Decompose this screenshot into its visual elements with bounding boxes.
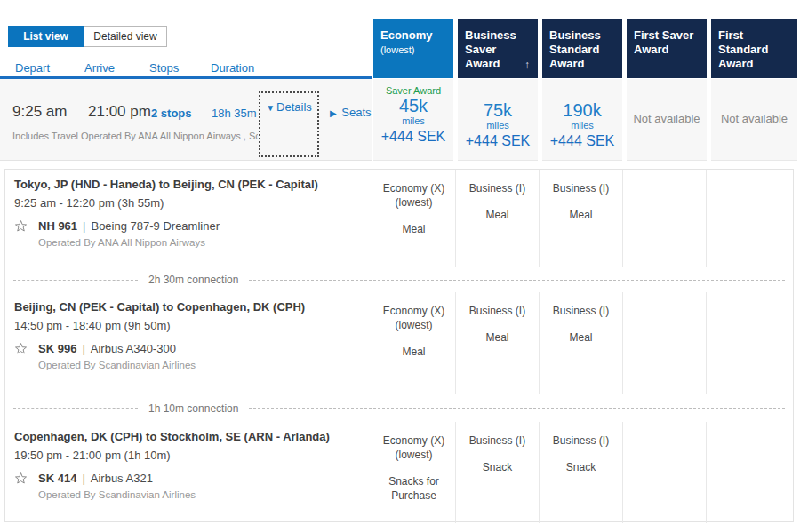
segment-info: Tokyo, JP (HND - Haneda) to Beijing, CN … [5,170,372,267]
aircraft-type: Boeing 787-9 Dreamliner [91,219,220,233]
tab-detailed-view[interactable]: Detailed view [84,26,167,47]
column-header-depart[interactable]: Depart [15,61,50,75]
cabin-cell-business-saver: Business (I) Meal [455,292,539,394]
separator: | [82,472,84,485]
connection-row-2: 1h 10m connection [5,394,793,422]
segment-route: Copenhagen, DK (CPH) to Stockholm, SE (A… [14,430,372,443]
cabin-class: Business (I) [460,433,535,448]
dashed-line [249,408,785,409]
cabin-class: Business (I) [543,181,619,195]
miles-value: 45k [373,96,453,115]
dashed-line [13,408,138,409]
column-header-stops[interactable]: Stops [149,61,179,75]
cabin-class: Economy (X) [376,433,452,448]
cabin-amenity: Meal [376,222,452,236]
miles-unit: miles [542,120,622,131]
cabin-cell-first-standard [706,292,793,394]
fare-header-economy[interactable]: Economy (lowest) [373,19,453,78]
cabin-amenity: Snack [460,460,535,474]
fare-header-first-standard[interactable]: First Standard Award [711,19,797,78]
cabin-amenity: Snacks for Purchase [376,474,452,503]
cabin-sub: (lowest) [376,195,452,210]
cabin-cell-business-standard: Business (I) Meal [539,292,622,394]
fare-cell-business-saver[interactable]: 75k miles +444 SEK [458,79,538,161]
star-alliance-icon [14,472,28,485]
seats-button[interactable]: ▶ Seats [330,106,372,119]
separator: | [82,342,84,355]
fare-cell-first-saver: Not available [627,79,707,161]
flight-number: SK 996 [38,342,76,355]
duration-value: 18h 35m [212,107,257,120]
seats-label: Seats [341,106,371,119]
cabin-cell-business-standard: Business (I) Meal [539,170,622,267]
stops-link[interactable]: 2 stops [151,107,192,120]
arrive-time: 21:00 pm [88,103,151,121]
cabin-amenity: Meal [460,208,535,222]
segment-row-1: Tokyo, JP (HND - Haneda) to Beijing, CN … [5,170,793,267]
flight-details-panel: Tokyo, JP (HND - Haneda) to Beijing, CN … [4,169,794,522]
cabin-class: Economy (X) [376,181,452,195]
star-alliance-icon [14,342,28,355]
segment-operated-by: Operated By ANA All Nippon Airways [38,237,372,248]
miles-value: 190k [542,100,622,120]
segment-flight-line: NH 961 | Boeing 787-9 Dreamliner [14,219,372,233]
flight-number: SK 414 [38,472,76,485]
cabin-cell-economy: Economy (X) (lowest) Snacks for Purchase [372,422,455,523]
dashed-line [249,280,785,281]
saver-award-badge: Saver Award [373,79,453,96]
cabin-cell-first-saver [622,422,706,523]
fare-header-label: Business Standard Award [549,28,601,70]
miles-unit: miles [373,115,453,126]
details-button[interactable]: ▼Details [259,91,319,157]
cabin-cell-first-standard [706,170,793,267]
cabin-cell-first-standard [706,422,793,523]
cabin-cell-economy: Economy (X) (lowest) Meal [372,292,455,394]
segment-times: 14:50 pm - 18:40 pm (9h 50m) [14,319,372,332]
details-label: Details [276,100,312,114]
cabin-amenity: Meal [376,345,452,359]
column-header-duration[interactable]: Duration [211,61,254,75]
aircraft-type: Airbus A321 [91,472,153,485]
segment-flight-line: SK 996 | Airbus A340-300 [14,342,372,355]
cabin-cell-economy: Economy (X) (lowest) Meal [372,170,455,267]
cabin-amenity: Meal [460,330,535,345]
cabin-class: Business (I) [543,304,619,318]
cabin-amenity: Meal [543,208,619,222]
cabin-class: Business (I) [543,433,619,448]
fare-header-business-saver[interactable]: Business Saver Award ↑ [458,19,538,78]
segment-operated-by: Operated By Scandinavian Airlines [38,489,372,500]
segment-flight-line: SK 414 | Airbus A321 [14,472,372,485]
chevron-down-icon: ▼ [266,103,275,113]
fare-cell-business-standard[interactable]: 190k miles +444 SEK [542,79,622,161]
fare-header-business-standard[interactable]: Business Standard Award [542,19,622,78]
fare-header-label: First Saver Award [634,28,693,56]
cabin-cell-first-saver [622,170,706,267]
segment-times: 19:50 pm - 21:00 pm (1h 10m) [14,449,372,462]
column-header-arrive[interactable]: Arrive [84,61,115,75]
dashed-line [13,280,138,281]
cabin-class: Economy (X) [376,304,452,318]
segment-info: Beijing, CN (PEK - Capital) to Copenhage… [5,292,372,394]
tab-list-view[interactable]: List view [8,26,84,47]
segment-info: Copenhagen, DK (CPH) to Stockholm, SE (A… [5,422,372,523]
connection-row-1: 2h 30m connection [5,267,793,292]
cabin-cell-business-saver: Business (I) Snack [455,422,539,523]
fare-header-label: Business Saver Award [465,28,516,70]
fare-header-first-saver[interactable]: First Saver Award [627,19,707,78]
cabin-class: Business (I) [460,304,535,318]
flight-number: NH 961 [38,219,77,233]
star-alliance-icon [14,219,28,233]
cabin-class: Business (I) [460,181,535,195]
segment-route: Beijing, CN (PEK - Capital) to Copenhage… [14,300,372,314]
cabin-cell-business-standard: Business (I) Snack [539,422,622,523]
cabin-amenity: Meal [543,330,619,345]
aircraft-type: Airbus A340-300 [91,342,176,355]
segment-times: 9:25 am - 12:20 pm (3h 55m) [14,196,372,210]
cash-value: +444 SEK [373,128,453,146]
cabin-cell-business-saver: Business (I) Meal [455,170,539,267]
cabin-amenity: Snack [543,460,619,474]
fare-cell-economy[interactable]: Saver Award 45k miles +444 SEK [373,79,453,161]
fare-header-label: Economy [380,28,433,42]
award-results-page: List view Detailed view Depart Arrive St… [0,0,800,532]
separator: | [83,219,85,233]
